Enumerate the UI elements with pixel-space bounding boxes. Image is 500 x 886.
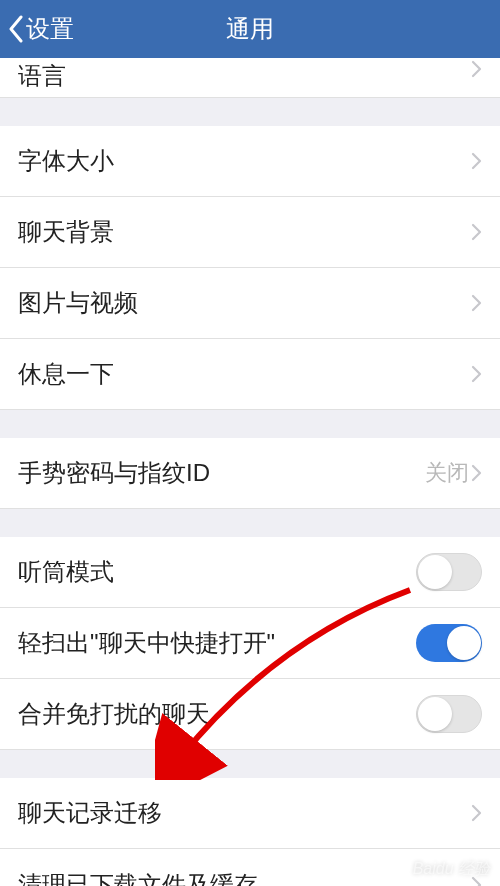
toggle-swipe-quick[interactable] [416,624,482,662]
row-label: 合并免打扰的聊天 [18,698,416,730]
row-earpiece-mode: 听筒模式 [0,537,500,608]
toggle-knob [418,555,452,589]
chevron-left-icon [8,15,24,43]
row-value: 关闭 [425,458,469,488]
row-label: 聊天记录迁移 [18,797,471,829]
chevron-right-icon [471,294,482,312]
row-gesture-password[interactable]: 手势密码与指纹ID 关闭 [0,438,500,509]
chevron-right-icon [471,365,482,383]
chevron-right-icon [471,876,482,887]
row-label: 清理已下载文件及缓存 [18,869,471,887]
row-take-rest[interactable]: 休息一下 [0,339,500,410]
page-title: 通用 [226,13,274,45]
row-language[interactable]: 语言 [0,58,500,98]
group-separator [0,98,500,126]
row-chat-background[interactable]: 聊天背景 [0,197,500,268]
row-photos-videos[interactable]: 图片与视频 [0,268,500,339]
header: 设置 通用 [0,0,500,58]
toggle-knob [418,697,452,731]
row-chat-migration[interactable]: 聊天记录迁移 [0,778,500,849]
chevron-right-icon [471,804,482,822]
row-swipe-quick-open: 轻扫出"聊天中快捷打开" [0,608,500,679]
group-separator [0,750,500,778]
back-label: 设置 [26,13,74,45]
chevron-right-icon [471,60,482,78]
row-merge-dnd: 合并免打扰的聊天 [0,679,500,750]
chevron-right-icon [471,464,482,482]
row-label: 听筒模式 [18,556,416,588]
toggle-knob [447,626,481,660]
toggle-merge-dnd[interactable] [416,695,482,733]
row-font-size[interactable]: 字体大小 [0,126,500,197]
row-label: 字体大小 [18,145,471,177]
group-separator [0,410,500,438]
group-separator [0,509,500,537]
toggle-earpiece[interactable] [416,553,482,591]
row-label: 休息一下 [18,358,471,390]
row-label: 语言 [18,60,471,92]
back-button[interactable]: 设置 [0,13,74,45]
row-clear-cache[interactable]: 清理已下载文件及缓存 [0,849,500,886]
row-label: 轻扫出"聊天中快捷打开" [18,627,416,659]
row-label: 图片与视频 [18,287,471,319]
row-label: 聊天背景 [18,216,471,248]
chevron-right-icon [471,152,482,170]
row-label: 手势密码与指纹ID [18,457,425,489]
chevron-right-icon [471,223,482,241]
